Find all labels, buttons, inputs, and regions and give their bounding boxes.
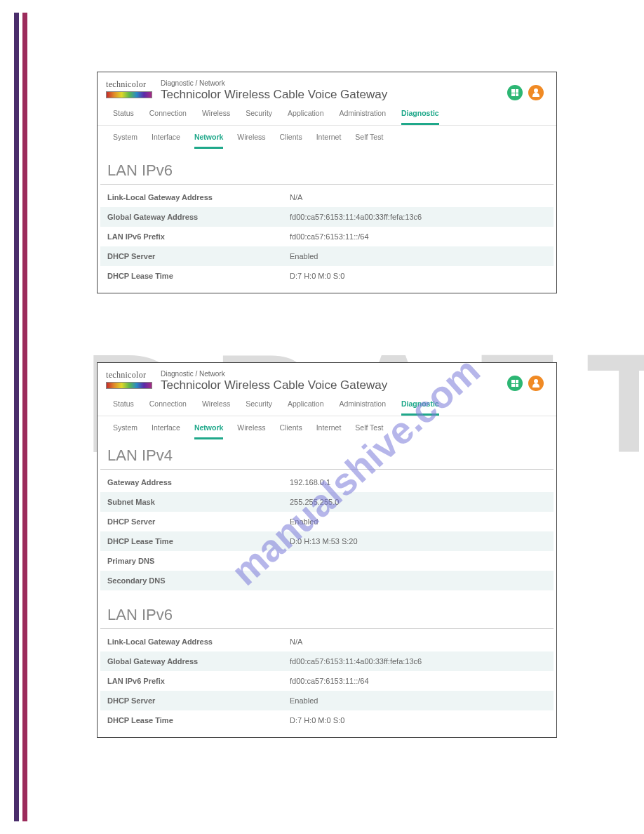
row-label: DHCP Lease Time — [107, 272, 290, 280]
page-title: Technicolor Wireless Cable Voice Gateway — [161, 378, 387, 392]
row-value: D:7 H:0 M:0 S:0 — [290, 272, 546, 280]
table-row: Link-Local Gateway AddressN/A — [100, 187, 554, 207]
user-button[interactable] — [528, 85, 544, 100]
row-value: Enabled — [290, 696, 546, 705]
page-accent-stripe — [14, 13, 19, 821]
subtab-wireless[interactable]: Wireless — [237, 133, 265, 149]
tab-status[interactable]: Status — [113, 399, 134, 416]
subtab-internet[interactable]: Internet — [316, 423, 342, 439]
user-button[interactable] — [528, 376, 544, 391]
tab-wireless[interactable]: Wireless — [202, 109, 230, 125]
row-value: Enabled — [290, 252, 546, 260]
table-row: Secondary DNS — [100, 571, 554, 590]
row-label: DHCP Lease Time — [107, 716, 290, 724]
panel-header: technicolor Diagnostic / Network Technic… — [98, 72, 556, 102]
table-row: Global Gateway Addressfd00:ca57:6153:11:… — [100, 207, 554, 227]
tab-application[interactable]: Application — [288, 109, 323, 125]
brand-text: technicolor — [106, 79, 155, 90]
row-label: Global Gateway Address — [107, 657, 290, 666]
table-row: DHCP Lease TimeD:7 H:0 M:0 S:0 — [100, 710, 554, 730]
row-label: Subnet Mask — [107, 498, 290, 506]
section-title: LAN IPv6 — [100, 597, 554, 629]
tab-application[interactable]: Application — [288, 399, 323, 416]
primary-tabs: StatusConnectionWirelessSecurityApplicat… — [98, 392, 556, 416]
router-panel-ipv4-ipv6: technicolor Diagnostic / Network Technic… — [97, 362, 557, 738]
ipv6-table: Link-Local Gateway AddressN/AGlobal Gate… — [98, 629, 556, 737]
table-row: LAN IPv6 Prefixfd00:ca57:6153:11::/64 — [100, 227, 554, 246]
grid-icon — [511, 380, 518, 387]
row-value: fd00:ca57:6153:11::/64 — [290, 677, 546, 685]
tab-wireless[interactable]: Wireless — [202, 399, 230, 416]
breadcrumb: Diagnostic / Network — [161, 79, 387, 87]
sub-tabs: SystemInterfaceNetworkWirelessClientsInt… — [98, 416, 556, 444]
brand-logo: technicolor — [106, 79, 155, 98]
tab-diagnostic[interactable]: Diagnostic — [401, 109, 439, 125]
row-label: DHCP Server — [107, 696, 290, 705]
subtab-interface[interactable]: Interface — [152, 133, 180, 149]
brand-spectrum-icon — [106, 91, 152, 98]
panel-header: technicolor Diagnostic / Network Technic… — [98, 363, 556, 392]
row-value: N/A — [290, 637, 546, 646]
tab-connection[interactable]: Connection — [149, 399, 187, 416]
brand-logo: technicolor — [106, 370, 155, 389]
row-label: Global Gateway Address — [107, 213, 290, 221]
table-row: Link-Local Gateway AddressN/A — [100, 632, 554, 651]
brand-text: technicolor — [106, 370, 155, 380]
section-title: LAN IPv4 — [100, 444, 554, 470]
row-label: Link-Local Gateway Address — [107, 637, 290, 646]
user-icon — [532, 88, 540, 97]
ipv6-table: Link-Local Gateway AddressN/AGlobal Gate… — [98, 185, 556, 293]
row-label: DHCP Server — [107, 252, 290, 260]
table-row: Primary DNS — [100, 551, 554, 571]
row-label: LAN IPv6 Prefix — [107, 677, 290, 685]
subtab-network[interactable]: Network — [194, 133, 223, 149]
subtab-interface[interactable]: Interface — [152, 423, 180, 439]
row-value — [290, 557, 546, 565]
apps-button[interactable] — [507, 376, 523, 391]
row-value: fd00:ca57:6153:11::/64 — [290, 232, 546, 241]
row-value: N/A — [290, 193, 546, 201]
subtab-network[interactable]: Network — [194, 423, 223, 439]
router-panel-ipv6: technicolor Diagnostic / Network Technic… — [97, 72, 557, 293]
breadcrumb: Diagnostic / Network — [161, 370, 387, 378]
row-value: D:0 H:13 M:53 S:20 — [290, 537, 546, 545]
tab-administration[interactable]: Administration — [339, 109, 386, 125]
row-value — [290, 576, 546, 585]
table-row: LAN IPv6 Prefixfd00:ca57:6153:11::/64 — [100, 671, 554, 691]
primary-tabs: StatusConnectionWirelessSecurityApplicat… — [98, 102, 556, 126]
subtab-wireless[interactable]: Wireless — [237, 423, 265, 439]
table-row: DHCP ServerEnabled — [100, 691, 554, 710]
page-accent-stripe — [22, 13, 27, 821]
table-row: DHCP ServerEnabled — [100, 246, 554, 266]
table-row: Global Gateway Addressfd00:ca57:6153:11:… — [100, 651, 554, 671]
subtab-internet[interactable]: Internet — [316, 133, 342, 149]
section-title: LAN IPv6 — [100, 153, 554, 185]
tab-security[interactable]: Security — [246, 109, 272, 125]
subtab-clients[interactable]: Clients — [280, 133, 302, 149]
tab-security[interactable]: Security — [246, 399, 272, 416]
row-value: fd00:ca57:6153:11:4a00:33ff:fefa:13c6 — [290, 657, 546, 666]
brand-spectrum-icon — [106, 382, 152, 389]
row-label: Link-Local Gateway Address — [107, 193, 290, 201]
subtab-self-test[interactable]: Self Test — [355, 133, 383, 149]
page-title: Technicolor Wireless Cable Voice Gateway — [161, 88, 387, 102]
row-label: LAN IPv6 Prefix — [107, 232, 290, 241]
subtab-system[interactable]: System — [113, 423, 137, 439]
tab-status[interactable]: Status — [113, 109, 134, 125]
subtab-system[interactable]: System — [113, 133, 137, 149]
table-row: DHCP Lease TimeD:7 H:0 M:0 S:0 — [100, 266, 554, 286]
table-row: DHCP Lease TimeD:0 H:13 M:53 S:20 — [100, 531, 554, 551]
row-value: fd00:ca57:6153:11:4a00:33ff:fefa:13c6 — [290, 213, 546, 221]
sub-tabs: SystemInterfaceNetworkWirelessClientsInt… — [98, 126, 556, 153]
tab-administration[interactable]: Administration — [339, 399, 386, 416]
apps-button[interactable] — [507, 85, 523, 100]
row-value: D:7 H:0 M:0 S:0 — [290, 716, 546, 724]
row-label: Gateway Address — [107, 478, 290, 486]
grid-icon — [511, 89, 518, 96]
user-icon — [532, 379, 540, 388]
tab-connection[interactable]: Connection — [149, 109, 187, 125]
subtab-clients[interactable]: Clients — [280, 423, 302, 439]
